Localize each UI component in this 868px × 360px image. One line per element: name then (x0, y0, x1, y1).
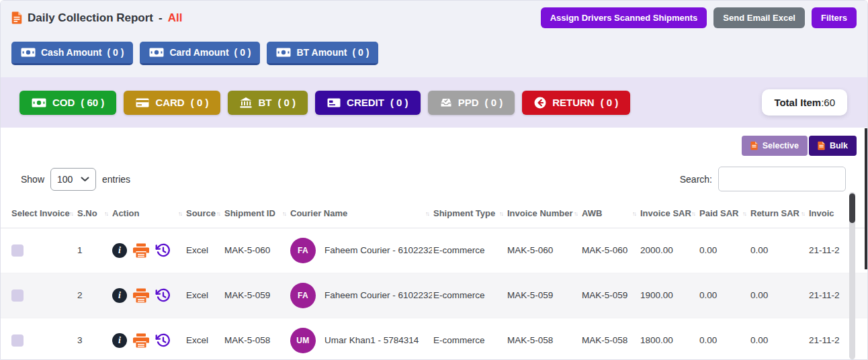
filters-button[interactable]: Filters (812, 7, 857, 28)
invoice-sar-cell: 1800.00 (639, 318, 698, 360)
card-amount-label: Card Amount (169, 47, 228, 58)
search-input[interactable] (718, 167, 846, 191)
entries-select[interactable]: 100 (50, 168, 96, 191)
card-amount-button[interactable]: Card Amount ( 0 ) (140, 42, 260, 65)
money-icon (21, 48, 36, 57)
invoice-date-cell: 21-11-2 (808, 273, 868, 318)
report-file-icon (11, 11, 22, 24)
courier-name: Umar Khan1 - 5784314 (324, 335, 419, 345)
print-button[interactable] (133, 333, 149, 348)
sort-icon: ↑↓ (216, 210, 220, 217)
column-header-invoice-number[interactable]: Invoice Number↑↓ (506, 199, 580, 228)
printer-icon (133, 333, 149, 348)
row-checkbox[interactable] (11, 289, 24, 302)
arrow-left-circle-icon (534, 97, 546, 109)
table-header-row: Select Invoice↑↓ S.No↑↓ Action↑↓ Source↑… (1, 199, 868, 228)
print-button[interactable] (133, 243, 149, 258)
file-icon (818, 141, 825, 150)
page-title-text: Daily Collection Report (28, 11, 153, 25)
column-header-invoice-sar[interactable]: Invoice SAR↑↓ (639, 199, 698, 228)
filter-band: COD ( 60 ) CARD ( 0 ) (1, 77, 867, 128)
cash-amount-button[interactable]: Cash Amount ( 0 ) (11, 42, 133, 65)
column-header-awb[interactable]: AWB↑↓ (580, 199, 639, 228)
filter-return-button[interactable]: RETURN ( 0 ) (522, 91, 630, 115)
table-scrollbar[interactable] (849, 192, 855, 359)
column-header-select-invoice[interactable]: Select Invoice↑↓ (1, 199, 76, 228)
bulk-button[interactable]: Bulk (809, 136, 857, 156)
awb-cell: MAK-5-058 (580, 318, 639, 360)
return-sar-cell: 0.00 (749, 273, 808, 318)
info-button[interactable]: i (112, 288, 127, 303)
shipment-type-cell: E-commerce (432, 273, 506, 318)
paid-sar-cell: 0.00 (698, 318, 749, 360)
window-scrollbar-edge[interactable] (865, 128, 867, 269)
filter-cod-button[interactable]: COD ( 60 ) (19, 91, 116, 115)
row-checkbox[interactable] (11, 244, 24, 257)
column-header-shipment-id[interactable]: Shipment ID↑↓ (223, 199, 289, 228)
filter-card-button[interactable]: CARD ( 0 ) (124, 91, 220, 115)
shipment-type-cell: E-commerce (432, 228, 506, 273)
sno-cell: 3 (76, 318, 111, 360)
bt-amount-label: BT Amount (296, 47, 347, 58)
history-button[interactable] (155, 332, 171, 348)
title-scope: All (168, 11, 183, 25)
history-icon (155, 332, 171, 348)
info-button[interactable]: i (112, 333, 127, 348)
invoice-sar-cell: 1900.00 (639, 273, 698, 318)
info-icon: i (112, 333, 127, 348)
history-button[interactable] (155, 287, 171, 303)
return-sar-cell: 0.00 (749, 318, 808, 360)
awb-cell: MAK-5-060 (580, 228, 639, 273)
table-row: 3 i (1, 318, 868, 360)
show-label: Show (21, 174, 44, 185)
money-icon (276, 48, 291, 57)
info-icon: i (112, 243, 127, 258)
inbox-check-icon (440, 97, 452, 107)
filter-bt-button[interactable]: BT ( 0 ) (228, 91, 308, 115)
printer-icon (133, 243, 149, 258)
column-header-invoice-date[interactable]: Invoic (808, 199, 868, 228)
total-item-box: Total Item:60 (762, 89, 847, 116)
bt-amount-button[interactable]: BT Amount ( 0 ) (267, 42, 378, 65)
sort-icon: ↑↓ (282, 210, 286, 217)
info-button[interactable]: i (112, 243, 127, 258)
column-header-return-sar[interactable]: Return SAR↑↓ (749, 199, 808, 228)
filter-credit-button[interactable]: CREDIT ( 0 ) (315, 91, 421, 115)
history-button[interactable] (155, 242, 171, 258)
sort-icon: ↑↓ (178, 210, 181, 217)
filter-ppd-button[interactable]: PPD ( 0 ) (428, 91, 515, 115)
awb-cell: MAK-5-059 (580, 273, 639, 318)
paid-sar-cell: 0.00 (698, 273, 749, 318)
selective-button[interactable]: Selective (742, 136, 808, 156)
table-section: Selective Bulk Show 100 (1, 128, 867, 360)
title-dash: - (159, 11, 163, 25)
courier-name: Faheem Courier - 6102232 (324, 245, 432, 255)
source-cell: Excel (185, 228, 223, 273)
print-button[interactable] (133, 288, 149, 303)
column-header-courier-name[interactable]: Courier Name↑↓ (289, 199, 432, 228)
row-checkbox[interactable] (11, 334, 24, 347)
info-icon: i (112, 288, 127, 303)
column-header-action[interactable]: Action↑↓ (111, 199, 185, 228)
invoice-number-cell: MAK-5-059 (506, 273, 580, 318)
money-icon (149, 48, 164, 57)
column-header-shipment-type[interactable]: Shipment Type↑↓ (432, 199, 506, 228)
return-sar-cell: 0.00 (749, 228, 808, 273)
invoice-number-cell: MAK-5-060 (506, 228, 580, 273)
table-scrollbar-thumb[interactable] (849, 193, 855, 223)
shipment-type-cell: E-commerce (432, 318, 506, 360)
column-header-paid-sar[interactable]: Paid SAR↑↓ (698, 199, 749, 228)
courier-avatar: UM (290, 328, 316, 353)
column-header-source[interactable]: Source↑↓ (185, 199, 223, 228)
sno-cell: 2 (76, 273, 111, 318)
courier-avatar: FA (290, 283, 316, 308)
column-header-sno[interactable]: S.No↑↓ (76, 199, 111, 228)
assign-drivers-button[interactable]: Assign Drivers Scanned Shipments (541, 7, 707, 28)
credit-card-icon (136, 98, 149, 107)
invoice-sar-cell: 2000.00 (639, 228, 698, 273)
sort-icon: ↑↓ (499, 210, 503, 217)
credit-card-icon (327, 98, 341, 107)
table-row: 2 i (1, 273, 868, 318)
send-email-excel-button[interactable]: Send Email Excel (713, 7, 805, 28)
top-section: Daily Collection Report - All Assign Dri… (1, 1, 867, 77)
